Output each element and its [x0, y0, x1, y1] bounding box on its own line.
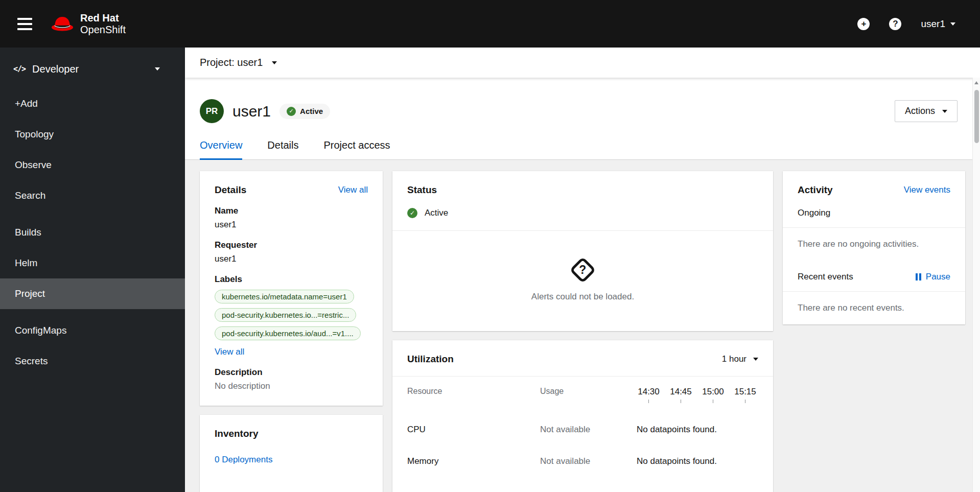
overview-dashboard: Details View all Name user1 Requester us… — [185, 160, 980, 492]
project-context-dropdown[interactable]: Project: user1 — [200, 57, 263, 68]
time-axis: 14:30 14:45 15:00 15:15 — [629, 387, 758, 403]
check-circle-icon: ✓ — [287, 107, 296, 116]
sidebar-nav: </> Developer +Add Topology Observe Sear… — [0, 48, 185, 492]
title-row: PR user1 ✓ Active Actions — [185, 99, 980, 123]
deployments-link[interactable]: 0 Deployments — [215, 455, 272, 465]
status-card-title: Status — [407, 184, 437, 196]
usage-column-header: Usage — [540, 387, 629, 396]
details-card-header: Details View all — [200, 171, 383, 196]
name-value: user1 — [215, 220, 368, 230]
details-view-all-link[interactable]: View all — [338, 185, 368, 195]
redhat-hat-icon — [51, 15, 74, 32]
details-card: Details View all Name user1 Requester us… — [200, 171, 383, 406]
scroll-region: PR user1 ✓ Active Actions Overview Detai… — [185, 78, 980, 492]
activity-card: Activity View events Ongoing There are n… — [783, 171, 965, 324]
nav-group: ConfigMaps Secrets — [0, 315, 185, 377]
masthead-toolbar: + ? user1 — [857, 18, 965, 30]
tick-mark — [745, 400, 745, 403]
sidebar-item-add[interactable]: +Add — [0, 88, 185, 119]
project-resource-badge: PR — [200, 99, 224, 123]
utilization-table-header: Resource Usage 14:30 14:45 15:00 15:15 — [407, 387, 758, 403]
scrollbar-up-arrow-icon[interactable] — [974, 81, 978, 84]
label-chip[interactable]: pod-security.kubernetes.io...=restric... — [215, 308, 356, 322]
actions-button[interactable]: Actions — [895, 100, 958, 122]
time-tick: 15:00 — [701, 387, 725, 403]
tab-details[interactable]: Details — [267, 139, 298, 159]
sidebar-item-configmaps[interactable]: ConfigMaps — [0, 315, 185, 346]
brand-text: Red Hat OpenShift — [80, 12, 126, 35]
page-header: PR user1 ✓ Active Actions Overview Detai… — [185, 78, 980, 160]
status-card-header: Status — [392, 171, 773, 196]
add-circle-icon[interactable]: + — [857, 18, 870, 30]
chevron-down-icon — [753, 358, 758, 361]
resource-name: CPU — [407, 425, 540, 435]
label-chip[interactable]: pod-security.kubernetes.io/aud...=v1.... — [215, 326, 361, 340]
time-tick: 14:45 — [669, 387, 693, 403]
sidebar-item-label: Observe — [15, 159, 52, 171]
brand-logo: Red Hat OpenShift — [51, 12, 126, 35]
recent-events-empty-message: There are no recent events. — [783, 292, 965, 324]
alerts-message: Alerts could not be loaded. — [531, 292, 634, 302]
description-label: Description — [215, 367, 368, 378]
status-badge-label: Active — [300, 107, 323, 115]
page-title: user1 — [232, 103, 271, 120]
unknown-state-icon: ? — [569, 256, 596, 283]
time-tick: 15:15 — [733, 387, 757, 403]
ongoing-section-header: Ongoing — [783, 196, 965, 227]
perspective-switcher[interactable]: </> Developer — [0, 54, 185, 84]
sidebar-item-search[interactable]: Search — [0, 180, 185, 211]
ongoing-empty-message: There are no ongoing activities. — [783, 228, 965, 261]
status-card: Status ✓ Active ? Alerts could not be lo… — [392, 171, 773, 331]
label-chip[interactable]: kubernetes.io/metadata.name=user1 — [215, 290, 354, 303]
chevron-down-icon[interactable] — [272, 61, 277, 64]
status-value: Active — [425, 208, 448, 218]
help-circle-icon[interactable]: ? — [889, 18, 901, 30]
inventory-card: Inventory 0 Deployments — [200, 415, 383, 492]
details-card-title: Details — [215, 184, 246, 196]
labels-view-all-link[interactable]: View all — [215, 347, 244, 357]
actions-button-label: Actions — [905, 106, 935, 116]
inventory-card-body: 0 Deployments — [200, 439, 383, 479]
sidebar-item-project[interactable]: Project — [0, 278, 185, 309]
resource-usage: Not available — [540, 456, 629, 466]
requester-value: user1 — [215, 254, 368, 264]
sidebar-item-topology[interactable]: Topology — [0, 119, 185, 150]
sidebar-item-observe[interactable]: Observe — [0, 150, 185, 180]
tick-mark — [713, 400, 713, 403]
sidebar-item-helm[interactable]: Helm — [0, 248, 185, 278]
project-context-bar: Project: user1 — [185, 48, 980, 78]
ongoing-label: Ongoing — [798, 208, 830, 218]
time-tick: 14:30 — [637, 387, 661, 403]
recent-events-section-header: Recent events Pause — [783, 261, 965, 291]
nav-toggle-button[interactable] — [15, 16, 34, 32]
perspective-label: Developer — [32, 63, 79, 75]
brand-line2: OpenShift — [80, 24, 126, 35]
brand-line1: Red Hat — [80, 12, 126, 24]
pause-button-label: Pause — [926, 272, 950, 282]
tab-overview[interactable]: Overview — [200, 139, 242, 159]
sidebar-item-label: Secrets — [15, 356, 48, 367]
tab-project-access[interactable]: Project access — [324, 139, 390, 159]
nav-group: Builds Helm Project — [0, 217, 185, 309]
utilization-card-title: Utilization — [407, 354, 454, 365]
resource-datapoints: No datapoints found. — [629, 456, 758, 466]
inventory-card-header: Inventory — [200, 415, 383, 439]
utilization-row-cpu: CPU Not available No datapoints found. — [407, 425, 758, 435]
pause-icon — [916, 273, 921, 280]
utilization-table: Resource Usage 14:30 14:45 15:00 15:15 — [392, 387, 773, 479]
right-column: Activity View events Ongoing There are n… — [783, 171, 965, 324]
masthead: Red Hat OpenShift + ? user1 — [0, 0, 980, 48]
utilization-row-memory: Memory Not available No datapoints found… — [407, 456, 758, 466]
view-events-link[interactable]: View events — [904, 185, 950, 195]
sidebar-item-builds[interactable]: Builds — [0, 217, 185, 248]
alerts-section: ? Alerts could not be loaded. — [392, 231, 773, 331]
code-icon: </> — [13, 64, 26, 74]
sidebar-item-secrets[interactable]: Secrets — [0, 346, 185, 377]
resource-usage: Not available — [540, 425, 629, 435]
duration-select[interactable]: 1 hour — [722, 354, 758, 364]
vertical-scrollbar[interactable] — [972, 78, 980, 492]
user-menu[interactable]: user1 — [921, 18, 955, 30]
scrollbar-thumb[interactable] — [974, 90, 979, 143]
pause-button[interactable]: Pause — [916, 272, 950, 282]
sidebar-item-label: +Add — [15, 98, 38, 109]
